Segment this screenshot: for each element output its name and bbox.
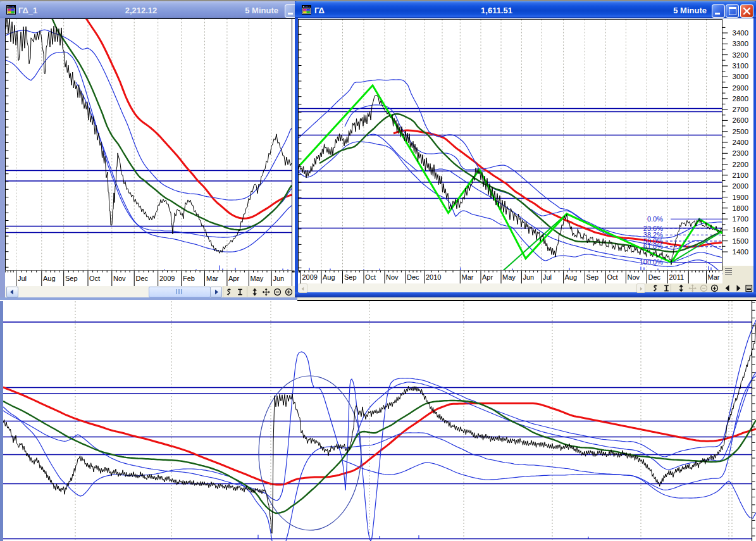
svg-text:Sep: Sep [65,275,78,282]
svg-text:1600: 1600 [733,226,749,233]
svg-text:Mar: Mar [206,275,218,282]
svg-text:Dec: Dec [648,273,661,281]
svg-text:Apr: Apr [228,275,239,282]
svg-text:2010: 2010 [426,273,441,281]
svg-text:Oct: Oct [89,275,100,282]
svg-text:Oct: Oct [365,273,376,281]
svg-text:Mar: Mar [708,273,720,281]
svg-text:2800: 2800 [733,95,749,103]
svg-text:Dec: Dec [136,275,149,282]
svg-text:2600: 2600 [733,116,749,124]
svg-text:Jun: Jun [273,275,285,282]
svg-text:Sep: Sep [586,273,599,281]
svg-text:1500: 1500 [733,237,749,245]
svg-text:61.8%: 61.8% [643,242,663,250]
svg-text:100.0%: 100.0% [640,258,664,266]
svg-text:2400: 2400 [733,139,749,146]
svg-text:0.0%: 0.0% [647,215,663,223]
svg-text:1700: 1700 [733,215,749,223]
svg-text:Aug: Aug [323,273,335,281]
svg-text:2200: 2200 [733,161,749,168]
svg-text:3300: 3300 [733,40,749,47]
svg-text:3100: 3100 [733,62,749,70]
svg-text:Nov: Nov [386,273,399,281]
svg-text:2000: 2000 [733,182,749,190]
svg-text:2009: 2009 [159,275,175,282]
svg-text:3200: 3200 [733,51,749,59]
svg-text:2011: 2011 [669,273,685,281]
svg-text:Mar: Mar [462,273,474,281]
svg-text:2100: 2100 [733,171,749,179]
svg-text:Jul: Jul [18,275,27,282]
svg-text:Nov: Nov [113,275,126,282]
svg-text:1800: 1800 [733,204,749,212]
svg-text:2900: 2900 [733,84,749,92]
svg-text:3000: 3000 [733,73,749,80]
svg-text:Aug: Aug [43,275,56,282]
svg-text:2700: 2700 [733,106,749,113]
svg-text:3400: 3400 [733,29,749,37]
svg-text:Nov: Nov [628,273,640,281]
svg-text:Aug: Aug [565,273,578,281]
svg-text:Dec: Dec [407,273,419,281]
svg-text:Oct: Oct [607,273,618,281]
svg-text:2300: 2300 [733,149,749,157]
svg-text:1900: 1900 [733,194,749,201]
svg-text:Jul: Jul [543,273,552,281]
svg-text:May: May [502,273,516,281]
svg-text:Feb: Feb [183,275,195,282]
svg-text:Sep: Sep [344,273,357,281]
svg-text:2009: 2009 [302,273,318,281]
svg-text:1400: 1400 [733,248,749,256]
svg-text:Jun: Jun [523,273,535,281]
svg-text:May: May [251,275,264,282]
svg-text:Apr: Apr [482,273,493,281]
svg-text:2500: 2500 [733,128,749,135]
